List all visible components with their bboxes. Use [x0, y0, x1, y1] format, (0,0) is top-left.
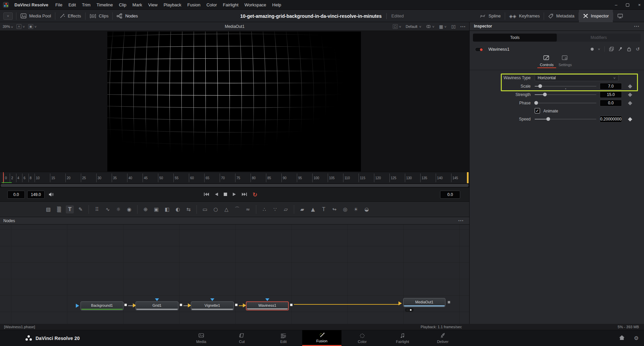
- strength-keyframe-icon[interactable]: [628, 93, 632, 97]
- viewer-assign-dots[interactable]: [405, 308, 414, 312]
- mask-input-triangle[interactable]: [265, 298, 269, 301]
- view-mode-select[interactable]: ▣∨: [28, 24, 37, 29]
- node-output-square[interactable]: [290, 303, 293, 306]
- node-output-square[interactable]: [124, 303, 127, 306]
- merge-3d-icon[interactable]: ↬: [330, 205, 338, 213]
- blend-select[interactable]: ∨: [426, 24, 434, 29]
- strength-slider-handle[interactable]: [543, 93, 547, 96]
- last-frame-button[interactable]: [242, 192, 247, 198]
- mask-input-triangle[interactable]: [155, 298, 159, 301]
- merge-icon[interactable]: ◧: [163, 205, 171, 213]
- clips-button[interactable]: Clips: [86, 10, 113, 22]
- phase-slider-track[interactable]: [535, 103, 596, 103]
- menu-view[interactable]: View: [145, 2, 161, 7]
- phase-value-field[interactable]: 0.0: [600, 100, 622, 106]
- speed-value-field[interactable]: 0.20000000: [600, 116, 622, 122]
- project-manager-button[interactable]: [619, 335, 625, 341]
- keyframes-button[interactable]: ◈◈ Keyframes: [505, 10, 544, 22]
- proxy-select[interactable]: ▢∨: [393, 24, 401, 29]
- node-color-chevron-icon[interactable]: ∨: [598, 48, 600, 51]
- ellipse-mask-icon[interactable]: ○: [212, 205, 220, 213]
- node-output-square[interactable]: [179, 303, 182, 306]
- menu-color[interactable]: Color: [203, 2, 220, 7]
- close-button[interactable]: ×: [638, 2, 641, 7]
- timeline-zoom-scrollbar[interactable]: [0, 183, 469, 188]
- mask-input-triangle[interactable]: [210, 298, 214, 301]
- project-settings-button[interactable]: ⚙: [634, 335, 639, 341]
- page-tab-edit[interactable]: Edit: [265, 330, 302, 346]
- menu-workspace[interactable]: Workspace: [241, 2, 269, 7]
- blur-icon[interactable]: ⠿: [93, 205, 101, 213]
- mute-button[interactable]: [49, 192, 54, 198]
- menu-edit[interactable]: Edit: [65, 2, 79, 7]
- node-vignette1[interactable]: Vignette1: [191, 301, 234, 310]
- lock-icon[interactable]: [627, 47, 631, 51]
- scrollbar-thumb[interactable]: [1, 184, 469, 187]
- tab-modifiers[interactable]: Modifiers: [557, 34, 641, 42]
- waviness-type-dropdown[interactable]: Horizontal ∨: [535, 75, 619, 81]
- bspline-mask-icon[interactable]: ⌒: [233, 205, 241, 213]
- text-plus-icon[interactable]: T: [66, 205, 74, 213]
- color-corrector-icon[interactable]: ☼: [114, 205, 122, 213]
- scale-slider-track[interactable]: [535, 86, 596, 87]
- menu-fusion[interactable]: Fusion: [184, 2, 203, 7]
- color-curves-icon[interactable]: ∿: [104, 205, 112, 213]
- paint-icon[interactable]: ✎: [76, 205, 85, 213]
- media-pool-button[interactable]: Media Pool: [16, 10, 55, 22]
- phase-keyframe-icon[interactable]: [628, 101, 632, 105]
- page-tab-media[interactable]: Media: [183, 330, 220, 346]
- node-graph[interactable]: Background1Grid1Vignette1Waviness1MediaO…: [0, 225, 469, 324]
- page-tab-fairlight[interactable]: Fairlight: [384, 330, 421, 346]
- resize-icon[interactable]: ⇆: [184, 205, 193, 213]
- scale-value-field[interactable]: 7.0: [600, 83, 622, 90]
- shape-3d-icon[interactable]: ▲: [309, 205, 317, 213]
- speed-keyframe-icon[interactable]: [628, 117, 632, 121]
- range-out-field[interactable]: 149.0: [27, 191, 45, 199]
- node-color-dot[interactable]: [591, 48, 594, 51]
- viewer-options-button[interactable]: •••: [460, 25, 466, 29]
- text-3d-icon[interactable]: T: [320, 205, 328, 213]
- minimize-button[interactable]: –: [615, 2, 617, 7]
- metadata-button[interactable]: Metadata: [544, 10, 578, 22]
- camera-3d-icon[interactable]: ◎: [341, 205, 349, 213]
- tab-tools[interactable]: Tools: [473, 34, 557, 42]
- subtab-settings[interactable]: Settings: [555, 55, 575, 67]
- node-input-triangle[interactable]: [76, 304, 79, 308]
- node-enable-toggle[interactable]: [475, 47, 484, 52]
- image-plane-3d-icon[interactable]: ▰: [298, 205, 306, 213]
- guides-select[interactable]: ▦∨: [439, 24, 446, 29]
- menu-clip[interactable]: Clip: [116, 2, 129, 7]
- lut-select[interactable]: Default∨: [406, 24, 422, 29]
- menu-playback[interactable]: Playback: [161, 2, 184, 7]
- page-tab-deliver[interactable]: Deliver: [424, 330, 461, 346]
- subtab-controls[interactable]: Controls: [537, 55, 557, 67]
- menu-app[interactable]: DaVinci Resolve: [11, 2, 52, 7]
- menu-file[interactable]: File: [52, 2, 65, 7]
- node-output-square[interactable]: [235, 303, 238, 306]
- menu-mark[interactable]: Mark: [129, 2, 145, 7]
- effects-button[interactable]: Effects: [55, 10, 85, 22]
- loop-button[interactable]: ↻: [253, 191, 257, 198]
- timeline-ruler[interactable]: 0246810152025303540455055606570758085909…: [0, 172, 469, 183]
- matte-control-icon[interactable]: ◐: [174, 205, 182, 213]
- nodes-options-button[interactable]: •••: [458, 219, 464, 223]
- reset-icon[interactable]: ↺: [636, 46, 640, 52]
- nodes-button[interactable]: Nodes: [113, 10, 142, 22]
- spline-button[interactable]: Spline: [476, 10, 504, 22]
- menu-timeline[interactable]: Timeline: [94, 2, 116, 7]
- pin-icon[interactable]: [618, 47, 623, 51]
- ui-layout-dropdown[interactable]: ∨: [3, 12, 13, 20]
- dve-icon[interactable]: ▣: [152, 205, 160, 213]
- wand-mask-icon[interactable]: ≈: [244, 205, 252, 213]
- viewer-panel[interactable]: [0, 31, 469, 172]
- renderer-3d-icon[interactable]: ◒: [363, 205, 371, 213]
- strength-value-field[interactable]: 15.0: [600, 91, 622, 98]
- maximize-button[interactable]: [626, 3, 629, 7]
- scale-slider-handle[interactable]: [538, 84, 542, 88]
- page-tab-color[interactable]: Color: [344, 330, 381, 346]
- copy-settings-icon[interactable]: [609, 47, 614, 51]
- current-frame-field[interactable]: 0.0: [440, 191, 460, 199]
- channel-select[interactable]: A∨: [16, 24, 25, 29]
- page-tab-cut[interactable]: Cut: [223, 330, 260, 346]
- animate-checkbox[interactable]: ✓: [535, 108, 540, 113]
